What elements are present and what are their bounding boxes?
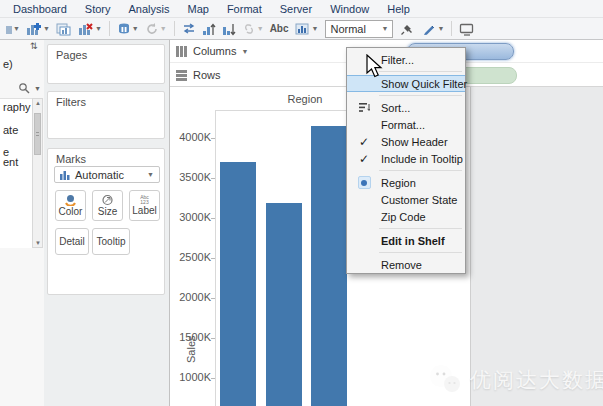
- columns-grid-icon: [176, 46, 187, 57]
- duplicate-sheet-icon[interactable]: [54, 19, 74, 39]
- menu-item-edit-in-shelf[interactable]: Edit in Shelf: [347, 232, 465, 249]
- menu-item-remove[interactable]: Remove: [347, 256, 465, 273]
- y-axis-tick-label: 2000K: [170, 291, 211, 303]
- data-pane: ⇅ e) ▼ raphy ate e ent ▲ ▼: [0, 40, 44, 406]
- show-mark-labels-icon[interactable]: Abc: [268, 19, 291, 39]
- menu-item-include-in-tooltip[interactable]: ✓ Include in Tooltip: [347, 150, 465, 167]
- filters-card[interactable]: Filters: [47, 91, 165, 139]
- menu-analysis[interactable]: Analysis: [120, 1, 179, 17]
- menu-window[interactable]: Window: [321, 1, 378, 17]
- menu-separator: [379, 71, 462, 72]
- color-button[interactable]: Color: [55, 190, 86, 221]
- size-button[interactable]: Size: [92, 190, 123, 221]
- menu-item-sort[interactable]: Sort...: [347, 99, 465, 116]
- color-icon: [64, 194, 77, 206]
- clear-sheet-icon[interactable]: ▼: [76, 19, 104, 39]
- dropdown-caret-icon: ▼: [147, 171, 154, 178]
- menu-dashboard[interactable]: Dashboard: [4, 1, 76, 17]
- highlight-icon[interactable]: ▼: [293, 19, 321, 39]
- mark-type-dropdown[interactable]: Automatic ▼: [54, 166, 160, 183]
- scroll-up-icon[interactable]: ▲: [34, 100, 42, 106]
- marks-card: Marks Automatic ▼ Color Size Abc123 Labe…: [47, 148, 165, 295]
- pages-label: Pages: [56, 49, 87, 61]
- size-icon: [101, 194, 114, 206]
- marks-label: Marks: [56, 153, 86, 165]
- chart-column-header: Region: [265, 93, 345, 105]
- columns-caret-icon[interactable]: ▼: [241, 48, 248, 55]
- fit-selector[interactable]: Normal▼: [325, 20, 393, 38]
- search-icon[interactable]: [18, 82, 30, 96]
- y-axis-line: [215, 110, 216, 406]
- menu-separator: [379, 170, 462, 171]
- mouse-cursor-icon: [366, 54, 384, 82]
- menu-help[interactable]: Help: [378, 1, 419, 17]
- filters-label: Filters: [56, 96, 86, 108]
- format-icon[interactable]: ▼: [420, 19, 446, 39]
- y-axis-tick-label: 3000K: [170, 211, 211, 223]
- pin-icon[interactable]: [398, 19, 418, 39]
- bar[interactable]: [311, 126, 347, 406]
- label-button[interactable]: Abc123 Label: [129, 190, 160, 221]
- scrollbar-thumb[interactable]: [34, 113, 41, 155]
- bar-chart-icon: [60, 169, 70, 180]
- sort-descending-icon[interactable]: [220, 19, 238, 39]
- watermark-text: 优阅达大数据生态: [470, 366, 603, 394]
- y-axis-tick-label: 2500K: [170, 251, 211, 263]
- menu-format[interactable]: Format: [218, 1, 271, 17]
- y-axis-tick-mark: [211, 138, 215, 139]
- presentation-mode-icon[interactable]: [457, 19, 477, 39]
- sort-icon: [359, 102, 370, 113]
- bar[interactable]: [266, 203, 302, 406]
- menu-item-zip-code[interactable]: Zip Code: [347, 208, 465, 225]
- menu-map[interactable]: Map: [178, 1, 217, 17]
- checkmark-icon: ✓: [359, 135, 369, 149]
- swap-rows-columns-icon[interactable]: [180, 19, 198, 39]
- menu-item-region[interactable]: Region: [347, 174, 465, 191]
- pause-updates-icon[interactable]: ▼: [115, 19, 141, 39]
- pill-context-menu: Filter... Show Quick Filter Sort... Form…: [346, 47, 466, 274]
- menu-item-filter[interactable]: Filter...: [347, 51, 465, 68]
- menu-item-show-quick-filter[interactable]: Show Quick Filter: [347, 75, 465, 92]
- partial-icon[interactable]: ▼: [1, 19, 22, 39]
- detail-button[interactable]: Detail: [55, 228, 89, 255]
- toolbar-separator: [451, 21, 452, 36]
- field-fragment[interactable]: ate: [3, 124, 18, 136]
- field-fragment[interactable]: ent: [3, 156, 18, 168]
- y-axis-title: Sales: [185, 339, 197, 363]
- collapse-pane-icon[interactable]: ⇅: [30, 41, 38, 51]
- menu-item-format[interactable]: Format...: [347, 116, 465, 133]
- y-axis-tick-label: 4000K: [170, 131, 211, 143]
- y-axis-tick-mark: [211, 338, 215, 339]
- toolbar-separator: [174, 21, 175, 36]
- field-fragment[interactable]: raphy: [3, 101, 31, 113]
- watermark: 优阅达大数据生态: [428, 364, 603, 396]
- y-axis-tick-label: 3500K: [170, 171, 211, 183]
- toolbar-separator: [109, 21, 110, 36]
- refresh-icon[interactable]: ▼: [143, 19, 169, 39]
- tableau-window: Dashboard Story Analysis Map Format Serv…: [0, 0, 603, 406]
- field-list: raphy ate e ent: [0, 98, 33, 248]
- data-source-name-fragment: e): [3, 58, 13, 70]
- menu-server[interactable]: Server: [271, 1, 321, 17]
- menu-separator: [379, 252, 462, 253]
- menu-bar: Dashboard Story Analysis Map Format Serv…: [0, 0, 603, 18]
- menu-item-show-header[interactable]: ✓ Show Header: [347, 133, 465, 150]
- bar[interactable]: [220, 162, 256, 406]
- search-options-caret-icon[interactable]: ▼: [34, 85, 41, 92]
- toolbar: ▼ ▼ ▼ ▼ ▼ ▼ Abc ▼: [0, 18, 603, 40]
- new-worksheet-icon[interactable]: ▼: [24, 19, 52, 39]
- tooltip-button[interactable]: Tooltip: [92, 228, 130, 255]
- y-axis-tick-mark: [211, 218, 215, 219]
- group-members-icon[interactable]: ▼: [240, 19, 266, 39]
- pages-card[interactable]: Pages: [47, 44, 165, 84]
- scroll-down-icon[interactable]: ▼: [34, 240, 42, 246]
- field-list-scrollbar[interactable]: ▲ ▼: [32, 98, 43, 248]
- sort-ascending-icon[interactable]: [200, 19, 218, 39]
- y-axis-tick-label: 1000K: [170, 371, 211, 383]
- columns-shelf-label: Columns: [193, 45, 236, 57]
- rows-grid-icon: [176, 70, 187, 81]
- y-axis-tick-mark: [211, 298, 215, 299]
- menu-item-customer-state[interactable]: Customer State: [347, 191, 465, 208]
- menu-story[interactable]: Story: [76, 1, 120, 17]
- y-axis-tick-mark: [211, 178, 215, 179]
